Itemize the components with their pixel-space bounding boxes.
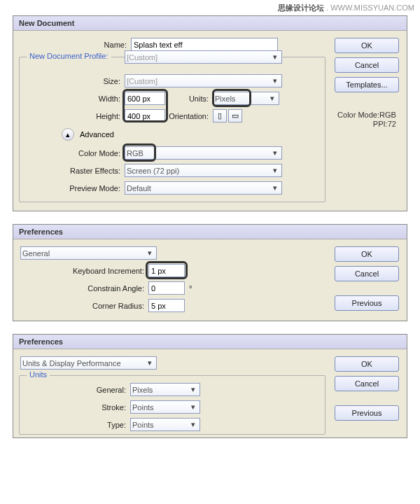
- dialog-title: Preferences: [13, 335, 407, 349]
- templates-button[interactable]: Templates...: [335, 77, 399, 92]
- color-mode-label: Color Mode:: [25, 149, 125, 158]
- preview-select[interactable]: Default▾: [125, 181, 282, 195]
- preview-label: Preview Mode:: [25, 184, 125, 192]
- chevron-down-icon: ▾: [270, 183, 280, 192]
- cancel-button[interactable]: Cancel: [335, 57, 399, 73]
- new-document-dialog: New Document Name: New Document Profile:…: [13, 15, 407, 211]
- orientation-label: Orientation:: [165, 112, 213, 120]
- width-label: Width:: [25, 94, 125, 103]
- previous-button[interactable]: Previous: [335, 295, 399, 311]
- info-text: Color Mode:RGB PPI:72: [337, 111, 396, 129]
- preferences-general-dialog: Preferences General▾ Keyboard Increment:…: [13, 224, 407, 321]
- constrain-angle-label: Constrain Angle:: [19, 284, 148, 293]
- chevron-down-icon: ▾: [145, 358, 155, 368]
- chevron-down-icon: ▾: [267, 94, 277, 103]
- group-label: New Document Profile:: [27, 52, 111, 60]
- section-select[interactable]: General▾: [20, 246, 157, 260]
- height-input[interactable]: [125, 109, 165, 122]
- constrain-angle-input[interactable]: [148, 281, 185, 295]
- cancel-button[interactable]: Cancel: [335, 266, 399, 281]
- height-label: Height:: [25, 112, 125, 120]
- chevron-down-icon: ▾: [270, 76, 280, 85]
- ok-button[interactable]: OK: [335, 356, 399, 372]
- chevron-down-icon: ▾: [270, 166, 280, 175]
- keyboard-increment-input[interactable]: [148, 264, 185, 277]
- orientation-portrait-icon[interactable]: ▯: [213, 109, 227, 122]
- preferences-units-dialog: Preferences Units & Display Performance▾…: [13, 334, 407, 438]
- type-units-select[interactable]: Points▾: [130, 418, 200, 431]
- advanced-toggle-icon[interactable]: ▴: [62, 128, 74, 141]
- general-units-label: General:: [25, 386, 130, 394]
- size-label: Size:: [25, 77, 125, 85]
- chevron-down-icon: ▾: [145, 248, 155, 258]
- chevron-down-icon: ▾: [270, 148, 280, 158]
- stroke-units-select[interactable]: Points▾: [130, 400, 200, 414]
- chevron-down-icon: ▾: [270, 52, 280, 62]
- general-units-select[interactable]: Pixels▾: [130, 383, 200, 396]
- angle-unit: °: [189, 284, 192, 293]
- orientation-landscape-icon[interactable]: ▭: [228, 109, 242, 122]
- color-mode-select[interactable]: RGB▾: [125, 146, 282, 160]
- cancel-button[interactable]: Cancel: [335, 376, 399, 391]
- profile-group: New Document Profile: [Custom]▾ Size: [C…: [19, 57, 326, 202]
- name-input[interactable]: [131, 38, 278, 51]
- units-group-label: Units: [27, 370, 50, 379]
- size-select[interactable]: [Custom]▾: [125, 74, 282, 88]
- corner-radius-label: Corner Radius:: [19, 302, 148, 310]
- advanced-label: Advanced: [80, 130, 114, 139]
- raster-label: Raster Effects:: [25, 167, 125, 175]
- ok-button[interactable]: OK: [335, 246, 399, 262]
- type-units-label: Type:: [25, 421, 130, 429]
- units-label: Units:: [165, 94, 213, 103]
- units-select[interactable]: Pixels▾: [213, 92, 279, 105]
- width-input[interactable]: [125, 92, 165, 105]
- name-label: Name:: [19, 41, 131, 49]
- dialog-title: New Document: [13, 16, 407, 31]
- chevron-down-icon: ▾: [188, 420, 198, 429]
- keyboard-increment-label: Keyboard Increment:: [19, 267, 148, 275]
- ok-button[interactable]: OK: [335, 38, 399, 53]
- section-select[interactable]: Units & Display Performance▾: [20, 356, 157, 370]
- profile-select[interactable]: [Custom]▾: [125, 50, 282, 64]
- stroke-units-label: Stroke:: [25, 403, 130, 412]
- corner-radius-input[interactable]: [148, 299, 185, 312]
- watermark: 思缘设计论坛 . WWW.MISSYUAN.COM: [278, 3, 414, 13]
- units-group: Units General: Pixels▾ Stroke: Points▾ T…: [19, 375, 326, 435]
- dialog-title: Preferences: [13, 225, 407, 239]
- previous-button[interactable]: Previous: [335, 405, 399, 421]
- chevron-down-icon: ▾: [188, 402, 198, 412]
- raster-select[interactable]: Screen (72 ppi)▾: [125, 164, 282, 177]
- chevron-down-icon: ▾: [188, 385, 198, 394]
